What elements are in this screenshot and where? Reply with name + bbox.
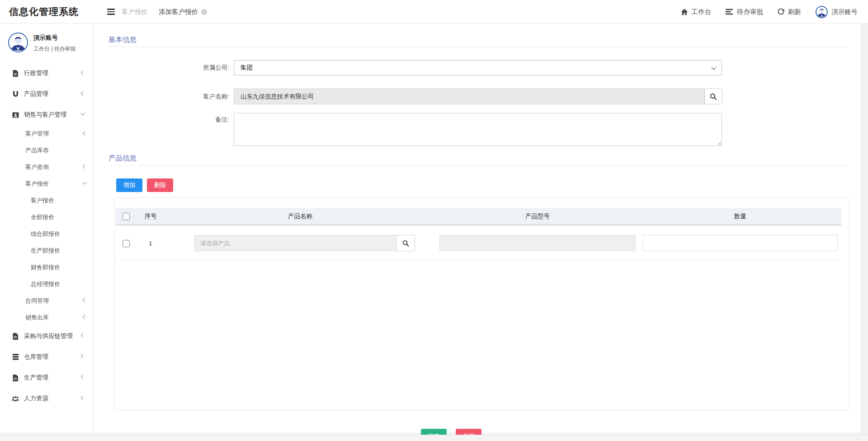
approvals-icon	[726, 9, 733, 15]
row-checkbox[interactable]	[123, 240, 130, 247]
chevron-left-icon	[81, 91, 85, 96]
file-icon	[12, 70, 19, 77]
menu-toggle-icon[interactable]	[107, 9, 115, 15]
tab-close-icon[interactable]: ×	[201, 9, 207, 15]
remark-textarea[interactable]	[234, 113, 722, 146]
row-index: 1	[137, 225, 165, 260]
section-divider	[108, 47, 849, 47]
sidebar-item-product-mgmt[interactable]: 产品管理	[0, 84, 93, 104]
refresh-icon	[778, 9, 784, 15]
sidebar-item-customer-quote-group[interactable]: 客户报价	[0, 175, 93, 192]
company-select-value: 集团	[241, 64, 253, 72]
section-title-basic-info: 基本信息	[108, 35, 137, 45]
remark-label: 备注:	[112, 115, 229, 124]
section-divider	[108, 165, 849, 166]
account-menu[interactable]: 演示账号	[816, 6, 858, 18]
sidebar-item-general-dept-quote[interactable]: 综合部报价	[0, 225, 93, 242]
customer-name-input[interactable]	[234, 89, 704, 104]
col-header-quantity: 数量	[639, 208, 841, 225]
chevron-left-icon	[81, 70, 85, 75]
col-header-product-model: 产品型号	[436, 208, 639, 225]
pending-approvals-button[interactable]: 待办审批	[726, 8, 763, 16]
table-row: 1	[116, 225, 841, 260]
company-select[interactable]: 集团	[234, 60, 722, 75]
magnet-icon	[12, 91, 19, 98]
product-table-card: 序号 产品名称 产品型号 数量 1	[114, 197, 849, 410]
chevron-left-icon	[81, 354, 85, 359]
sidebar-item-contract-mgmt[interactable]: 合同管理	[0, 292, 93, 309]
tab-label: 添加客户报价	[159, 8, 198, 16]
id-card-icon	[12, 112, 19, 118]
chevron-down-icon	[711, 65, 716, 70]
tab-add-customer-quote[interactable]: 添加客户报价 ×	[159, 8, 207, 16]
refresh-button[interactable]: 刷新	[778, 8, 801, 16]
sidebar-item-customer-quote[interactable]: 客户报价	[0, 192, 93, 209]
file-icon	[12, 333, 19, 340]
workbench-button[interactable]: 工作台	[681, 8, 712, 16]
vertical-scrollbar[interactable]	[861, 23, 868, 435]
product-name-input[interactable]	[194, 235, 396, 251]
product-search-button[interactable]	[396, 235, 415, 251]
sidebar-item-customer-mgmt[interactable]: 客户管理	[0, 125, 93, 142]
sidebar: 演示账号 工作台 | 待办审批 行政管理 产品管理 销售与客户管理 客户管理 产…	[0, 23, 93, 432]
add-row-button[interactable]: 增加	[116, 178, 142, 192]
chevron-down-icon	[81, 111, 85, 116]
chevron-left-icon	[81, 375, 85, 380]
sidebar-menu: 行政管理 产品管理 销售与客户管理 客户管理 产品库存 客户咨询 客户报价	[0, 63, 93, 409]
tab-bar: 客户报价 添加客户报价 ×	[107, 0, 218, 23]
file-icon	[12, 375, 19, 381]
chevron-down-icon	[83, 180, 87, 184]
sidebar-item-production-mgmt[interactable]: 生产管理	[0, 367, 93, 388]
sidebar-item-sales-customer-mgmt[interactable]: 销售与客户管理	[0, 104, 93, 125]
chevron-left-icon	[83, 298, 87, 302]
home-icon	[681, 9, 688, 15]
chevron-left-icon	[81, 333, 85, 338]
sidebar-item-customer-inquiry[interactable]: 客户咨询	[0, 159, 93, 175]
user-name: 演示账号	[33, 34, 76, 42]
sidebar-item-hr[interactable]: 人力资源	[0, 388, 93, 409]
sidebar-item-production-dept-quote[interactable]: 生产部报价	[0, 242, 93, 259]
select-all-checkbox[interactable]	[123, 213, 130, 220]
chevron-left-icon	[81, 396, 85, 400]
top-actions: 工作台 待办审批 刷新 演示账号	[666, 0, 858, 23]
customer-name-label: 客户名称:	[112, 89, 229, 104]
section-title-product-info: 产品信息	[108, 154, 137, 163]
col-header-index: 序号	[137, 208, 165, 225]
delete-row-button[interactable]: 删除	[147, 178, 173, 192]
sidebar-item-product-inventory[interactable]: 产品库存	[0, 142, 93, 159]
pending-approvals-label: 待办审批	[737, 8, 763, 16]
sidebar-item-procurement-supply-chain[interactable]: 采购与供应链管理	[0, 326, 93, 347]
app-title: 信息化管理系统	[9, 0, 79, 23]
chevron-left-icon	[83, 131, 87, 135]
account-label: 演示账号	[831, 8, 858, 16]
company-label: 所属公司:	[112, 60, 229, 75]
user-quick-links[interactable]: 工作台 | 待办审批	[33, 45, 76, 53]
product-model-input	[439, 235, 636, 251]
users-icon	[12, 396, 19, 402]
sidebar-user-panel: 演示账号 工作台 | 待办审批	[0, 23, 93, 53]
top-bar: 信息化管理系统 客户报价 添加客户报价 × 工作台 待办审批 刷新	[0, 0, 868, 23]
user-avatar	[816, 6, 828, 18]
main-content: 基本信息 所属公司: 集团 客户名称: 备注: 产品信息 增加 删除 序号 产品…	[94, 23, 861, 432]
sidebar-item-all-quotes[interactable]: 全部报价	[0, 209, 93, 225]
quantity-input[interactable]	[643, 235, 838, 251]
bottom-band	[0, 435, 868, 441]
workbench-label: 工作台	[692, 8, 712, 16]
product-table: 序号 产品名称 产品型号 数量 1	[116, 208, 841, 260]
chevron-left-icon	[83, 314, 87, 319]
col-header-product-name: 产品名称	[165, 208, 436, 225]
customer-search-button[interactable]	[704, 89, 722, 104]
search-icon	[710, 93, 717, 100]
table-header-row: 序号 产品名称 产品型号 数量	[116, 208, 841, 225]
sidebar-item-warehouse-mgmt[interactable]: 仓库管理	[0, 347, 93, 367]
chevron-left-icon	[83, 164, 87, 169]
sidebar-item-gm-quote[interactable]: 总经理报价	[0, 276, 93, 292]
refresh-label: 刷新	[788, 8, 801, 16]
user-avatar	[8, 33, 28, 52]
sidebar-item-admin-mgmt[interactable]: 行政管理	[0, 63, 93, 84]
sidebar-item-sales-outbound[interactable]: 销售出库	[0, 309, 93, 326]
sidebar-item-finance-dept-quote[interactable]: 财务部报价	[0, 259, 93, 276]
search-icon	[402, 240, 409, 247]
tab-customer-quote[interactable]: 客户报价	[122, 8, 148, 16]
tab-label: 客户报价	[122, 8, 148, 16]
